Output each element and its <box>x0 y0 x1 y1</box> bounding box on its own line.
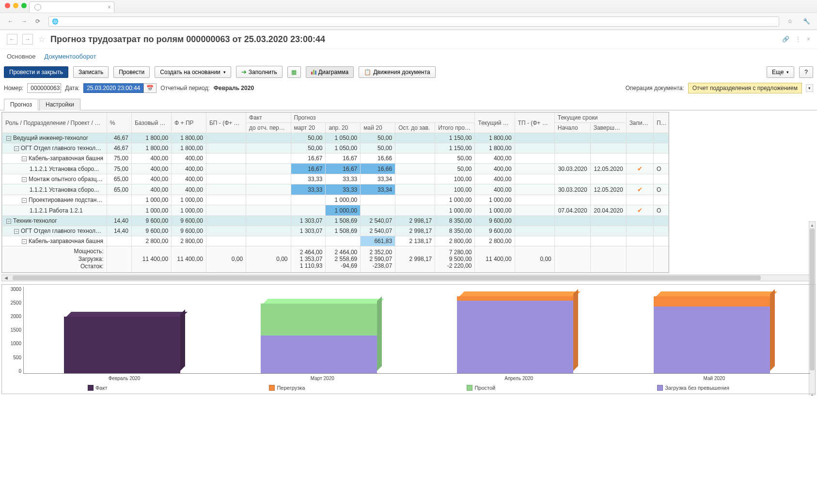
date-label: Дата: <box>65 85 79 92</box>
expand-toggle-icon[interactable]: − <box>22 156 27 161</box>
window-minimize-icon[interactable] <box>13 3 18 8</box>
post-button[interactable]: Провести <box>113 66 150 78</box>
col-mar: март 20 <box>291 123 326 133</box>
col-rest: Ост. до зав. <box>395 123 435 133</box>
chart: 300025002000150010005000 Февраль 2020Мар… <box>1 284 816 394</box>
table-row[interactable]: 1.1.2.1 Установка сборо...65,00400,00400… <box>2 184 669 195</box>
check-icon[interactable]: ✔ <box>637 165 643 172</box>
scroll-left-icon[interactable]: ◀ <box>2 275 10 281</box>
col-apr: апр. 20 <box>326 123 361 133</box>
table-row[interactable]: −Монтаж опытного образца ...65,00400,004… <box>2 174 669 184</box>
period-label: Отчетный период: <box>160 85 209 92</box>
expand-toggle-icon[interactable]: − <box>22 198 27 203</box>
subnav-docs[interactable]: Документооборот <box>45 53 96 60</box>
x-axis: Февраль 2020Март 2020Апрель 2020Май 2020 <box>23 376 810 381</box>
expand-toggle-icon[interactable]: − <box>22 239 27 244</box>
scroll-thumb[interactable] <box>13 275 761 280</box>
nav-forward-button[interactable]: → <box>22 34 33 45</box>
period-value: Февраль 2020 <box>214 85 254 92</box>
expand-toggle-icon[interactable]: − <box>6 219 11 224</box>
table-row[interactable]: 1.1.2.1 Установка сборо...75,00400,00400… <box>2 164 669 174</box>
check-icon[interactable]: ✔ <box>637 207 643 214</box>
document-icon: 📋 <box>364 69 371 76</box>
create-based-button[interactable]: Создать на основании▾ <box>155 66 231 78</box>
chevron-down-icon[interactable]: ▾ <box>806 84 813 92</box>
window-close-icon[interactable] <box>5 3 10 8</box>
col-fact: Факт <box>246 113 291 123</box>
forward-icon[interactable]: → <box>18 15 30 27</box>
globe-icon: 🌐 <box>52 18 59 25</box>
tab-close-icon[interactable]: × <box>108 4 111 11</box>
x-tick: Апрель 2020 <box>504 376 533 381</box>
table-row[interactable]: −Проектирование подстанции1 000,001 000,… <box>2 195 669 205</box>
legend-item: Факт <box>88 385 107 391</box>
tab-settings[interactable]: Настройки <box>39 99 80 110</box>
chart-bar <box>654 296 770 373</box>
browser-tab[interactable]: × <box>29 1 114 13</box>
favorite-icon[interactable]: ☆ <box>38 34 46 45</box>
scroll-up-icon[interactable]: ▲ <box>809 222 815 229</box>
chart-bar <box>261 304 377 373</box>
diagram-button[interactable]: Диаграмма <box>306 66 354 78</box>
fields-row: Номер: 000000063 Дата: 25.03.2020 23:00:… <box>0 80 817 98</box>
x-tick: Май 2020 <box>704 376 725 381</box>
movements-button[interactable]: 📋Движения документа <box>359 66 436 78</box>
x-tick: Март 2020 <box>311 376 334 381</box>
col-start: Начало <box>554 123 590 133</box>
forecast-table: Роль / Подразделение / Проект / Задача %… <box>1 112 669 273</box>
col-current-plan: Текущий план <box>475 113 515 133</box>
number-field[interactable]: 000000063 <box>27 83 61 93</box>
y-axis: 300025002000150010005000 <box>7 287 23 374</box>
table-row[interactable]: −Ведущий инженер-технолог46,671 800,001 … <box>2 133 669 143</box>
reload-icon[interactable]: ⟳ <box>32 15 44 27</box>
expand-toggle-icon[interactable]: − <box>6 136 11 141</box>
expand-toggle-icon[interactable]: − <box>22 177 27 182</box>
subnav-main[interactable]: Основное <box>7 53 36 60</box>
col-may: май 20 <box>361 123 395 133</box>
table-row[interactable]: −ОГТ Отдел главного технолога14,409 600,… <box>2 226 669 236</box>
tabs: Прогноз Настройки <box>0 98 817 110</box>
back-icon[interactable]: ← <box>5 15 16 27</box>
link-icon[interactable]: 🔗 <box>782 36 789 43</box>
window-zoom-icon[interactable] <box>21 3 27 8</box>
address-bar[interactable]: 🌐 <box>48 16 779 27</box>
col-base-plan: Базовый план <box>131 113 171 133</box>
grid-button[interactable]: ▦ <box>287 66 301 78</box>
col-dates-group: Текущие сроки <box>554 113 626 123</box>
more-button[interactable]: Еще▾ <box>767 66 794 78</box>
col-role: Роль / Подразделение / Проект / Задача <box>2 113 107 133</box>
col-pr: Пр тр <box>654 113 669 133</box>
table-row[interactable]: −ОГТ Отдел главного технолога46,671 800,… <box>2 143 669 153</box>
close-icon[interactable]: × <box>807 36 810 43</box>
col-fact-sub: до отч. периода <box>246 123 291 133</box>
table-row[interactable]: −Кабель-заправочная башня2 800,002 800,0… <box>2 236 669 246</box>
legend-item: Простой <box>467 385 495 391</box>
table-row[interactable]: 1.1.2.1 Работа 1.2.11 000,001 000,001 00… <box>2 205 669 216</box>
write-button[interactable]: Записать <box>73 66 109 78</box>
toolbar: Провести и закрыть Записать Провести Соз… <box>0 64 817 80</box>
table-row[interactable]: −Техник-технолог14,409 600,009 600,001 3… <box>2 216 669 226</box>
col-bpfpr: БП - (Ф+ ПР) <box>206 113 246 133</box>
page-header: ← → ☆ Прогноз трудозатрат по ролям 00000… <box>0 30 817 49</box>
chart-plot <box>23 287 810 374</box>
expand-toggle-icon[interactable]: − <box>14 146 19 151</box>
help-button[interactable]: ? <box>799 66 813 78</box>
check-icon[interactable]: ✔ <box>637 186 643 193</box>
col-write: Записать <box>626 113 653 133</box>
more-icon[interactable]: ⋮ <box>795 36 801 43</box>
fill-button[interactable]: ➔Заполнить <box>236 66 283 78</box>
col-total: Итого прогноз <box>435 123 475 133</box>
sub-navigation: Основное Документооборот <box>0 49 817 64</box>
post-and-close-button[interactable]: Провести и закрыть <box>4 66 68 78</box>
tab-forecast[interactable]: Прогноз <box>4 99 38 110</box>
chart-bar <box>457 296 573 373</box>
date-field[interactable]: 25.03.2020 23:00:44 <box>83 83 143 93</box>
calendar-icon[interactable]: 📅 <box>143 83 157 93</box>
horizontal-scrollbar[interactable]: ◀ ▶ <box>1 275 816 281</box>
star-icon[interactable]: ☆ <box>784 15 796 27</box>
nav-back-button[interactable]: ← <box>7 34 17 45</box>
table-row[interactable]: −Кабель-заправочная башня75,00400,00400,… <box>2 153 669 164</box>
wrench-icon[interactable]: 🔧 <box>801 15 812 27</box>
expand-toggle-icon[interactable]: − <box>14 229 19 234</box>
operation-dropdown[interactable]: Отчет подразделения с предложением <box>688 83 802 93</box>
